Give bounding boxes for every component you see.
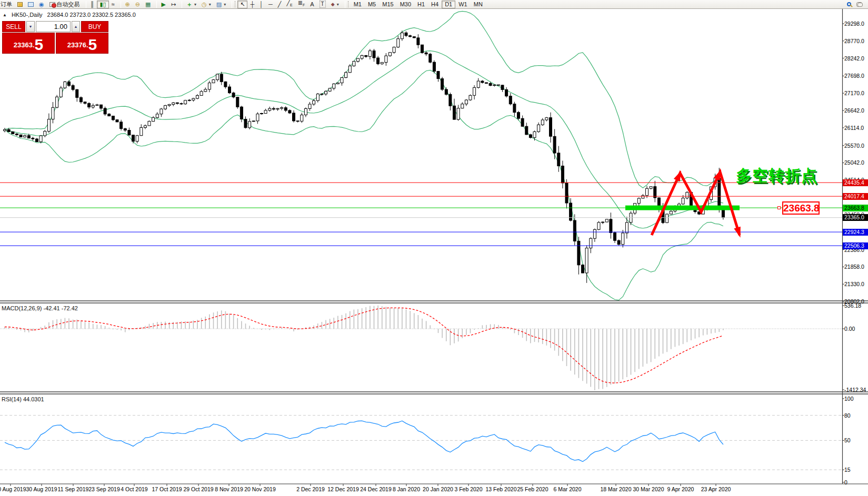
horizontal-line-icon: ─ xyxy=(268,1,273,7)
timeframe-button-m1[interactable]: M1 xyxy=(351,1,365,8)
price-level-tag: 23365.0 xyxy=(843,214,868,221)
chart-shift-button[interactable]: ↦ xyxy=(168,1,178,8)
zoom-in-icon: ⊕ xyxy=(125,1,130,7)
templates-button[interactable]: ▨▾ xyxy=(214,1,228,8)
gold-folder-icon xyxy=(17,2,23,7)
timeframe-button-m30[interactable]: M30 xyxy=(397,1,414,8)
timeframe-button-d1[interactable]: D1 xyxy=(442,1,455,8)
timeframe-button-h1[interactable]: H1 xyxy=(414,1,428,8)
equidistant-channel-icon: ╱E xyxy=(286,0,292,9)
horizontal-line-tool-button[interactable]: ─ xyxy=(266,1,275,8)
terminal-window-icon xyxy=(28,2,34,7)
sell-button[interactable]: SELL xyxy=(2,21,25,32)
toolbar-separator xyxy=(121,1,121,8)
bar-chart-mode-button[interactable]: ║ xyxy=(88,1,97,8)
arrows-tool-button[interactable]: ◆▾ xyxy=(328,1,342,8)
buy-price-big: 5 xyxy=(88,38,97,52)
macd-tick-label: -1412.34 xyxy=(844,387,868,393)
timeframe-button-mn[interactable]: MN xyxy=(471,1,486,8)
rsi-indicator-label: RSI(14) 44.0301 xyxy=(2,396,44,402)
one-click-collapse-icon[interactable]: ▲ xyxy=(3,13,7,17)
price-tick-label: 21330.0 xyxy=(844,281,868,287)
date-tick-label: 6 Mar 2020 xyxy=(547,486,587,492)
text-tool-button[interactable]: A xyxy=(307,1,316,8)
timeframe-group: M1M5M15M30H1H4D1W1MN xyxy=(351,1,486,8)
macd-tick-label: 536.18 xyxy=(844,302,868,309)
search-icon[interactable] xyxy=(847,2,851,6)
autotrading-button[interactable]: 自动交易 xyxy=(47,1,83,8)
auto-scroll-icon: ▶ xyxy=(161,1,165,7)
volume-input[interactable] xyxy=(36,21,71,32)
rsi-tick-label: 100 xyxy=(844,396,868,402)
clock-icon: ◷ xyxy=(202,1,207,7)
data-center-button[interactable]: ◉ xyxy=(36,1,47,8)
zoom-out-button[interactable]: ⊖ xyxy=(133,1,143,8)
indicators-button[interactable]: ＋▾ xyxy=(184,1,199,8)
text-label-icon: T xyxy=(320,1,326,8)
toolbar-separator xyxy=(86,1,86,8)
vertical-line-tool-button[interactable]: │ xyxy=(257,1,266,8)
signal-icon: ◉ xyxy=(39,2,44,7)
trendline-tool-button[interactable]: ╱ xyxy=(275,1,284,8)
zoom-in-button[interactable]: ⊕ xyxy=(123,1,133,8)
price-level-tag: 22506.3 xyxy=(843,242,868,249)
mt4-terminal: { "toolbar": { "new_order_label": "新订单",… xyxy=(0,0,868,496)
label-tool-button[interactable]: T xyxy=(317,1,328,8)
new-order-button[interactable]: 新订单 xyxy=(0,1,15,8)
ohlc-values: 23684.0 23723.0 23302.5 23365.0 xyxy=(47,12,136,18)
buy-button[interactable]: BUY xyxy=(81,21,108,32)
timeframe-button-m5[interactable]: M5 xyxy=(365,1,379,8)
price-tick-label: 27698.0 xyxy=(844,73,868,79)
tile-windows-button[interactable]: ▦ xyxy=(143,1,153,8)
price-tick-label: 27170.0 xyxy=(844,90,868,96)
toolbar-separator xyxy=(345,1,345,8)
crosshair-tool-button[interactable]: ┼ xyxy=(247,1,257,8)
timeframe-button-h4[interactable]: H4 xyxy=(428,1,442,8)
fibonacci-tool-button[interactable]: ≣F xyxy=(295,1,308,8)
date-tick-label: 20 Nov 2019 xyxy=(240,486,280,492)
sell-price-display[interactable]: 23363.5 xyxy=(2,33,55,54)
turning-point-annotation[interactable]: 多空转折点 xyxy=(736,165,817,187)
gold-folder-button[interactable] xyxy=(15,1,25,8)
trendline-icon: ╱ xyxy=(278,1,282,7)
cursor-tool-button[interactable]: ↖ xyxy=(237,1,247,8)
volume-down-button[interactable]: ▼ xyxy=(26,21,35,32)
buy-price-small: 23376. xyxy=(67,39,88,52)
price-tick-label: 25042.0 xyxy=(844,159,868,166)
terminal-window-button[interactable] xyxy=(25,1,36,8)
toolbar-grip xyxy=(235,1,236,7)
arrows-icon: ◆ xyxy=(331,1,335,7)
zoom-out-icon: ⊖ xyxy=(135,1,140,7)
price-tick-label: 28242.0 xyxy=(844,55,868,62)
price-tick-label: 25570.0 xyxy=(844,143,868,149)
buy-price-display[interactable]: 23376.5 xyxy=(56,33,108,54)
chart-shift-icon: ↦ xyxy=(171,1,176,7)
timeframe-button-m15[interactable]: M15 xyxy=(379,1,396,8)
candlestick-icon: ▮▯ xyxy=(99,1,106,7)
line-chart-mode-button[interactable]: ≈ xyxy=(109,1,117,8)
toolbar-right-group xyxy=(847,2,868,7)
date-tick-label: 23 Apr 2020 xyxy=(696,486,736,492)
text-icon: A xyxy=(310,1,314,7)
auto-scroll-button[interactable]: ▶ xyxy=(158,1,168,8)
price-callout-box[interactable]: 23663.8 xyxy=(782,201,820,215)
rsi-tick-label: 15 xyxy=(844,467,868,473)
candlestick-mode-button[interactable]: ▮▯ xyxy=(97,1,108,8)
new-order-label: 新订单 xyxy=(0,1,12,8)
chat-icon[interactable] xyxy=(856,2,863,7)
main-chart[interactable] xyxy=(0,9,868,496)
line-chart-icon: ≈ xyxy=(112,1,115,7)
top-toolbar: 新订单 ◉ 自动交易 ║ ▮▯ ≈ ⊕ ⊖ ▦ ▶ ↦ ＋▾ ◷▾ ▨▾ ↖ ┼… xyxy=(0,0,868,9)
toolbar-separator xyxy=(182,1,182,8)
toolbar-grip xyxy=(348,1,350,7)
price-level-tag: 22924.3 xyxy=(843,229,868,236)
toolbar-separator xyxy=(156,1,157,8)
periods-button[interactable]: ◷▾ xyxy=(199,1,214,8)
rsi-tick-label: 0 xyxy=(844,479,868,485)
volume-up-button[interactable]: ▲ xyxy=(72,21,80,32)
price-tick-label: 29298.0 xyxy=(844,21,868,27)
chevron-down-icon: ▾ xyxy=(224,2,226,7)
macd-tick-label: 0.00 xyxy=(844,326,868,332)
timeframe-button-w1[interactable]: W1 xyxy=(455,1,471,8)
channel-tool-button[interactable]: ╱E xyxy=(284,1,295,8)
